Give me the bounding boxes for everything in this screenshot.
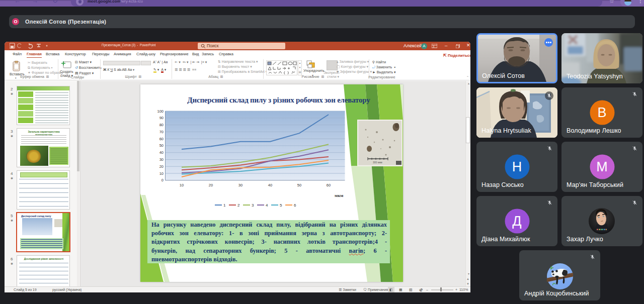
- svg-text:4: 4: [266, 203, 268, 208]
- svg-text:50: 50: [297, 183, 301, 187]
- svg-text:80: 80: [159, 123, 164, 127]
- svg-text:60: 60: [327, 183, 331, 187]
- svg-text:0: 0: [162, 178, 164, 182]
- svg-text:2: 2: [237, 203, 240, 208]
- svg-text:50: 50: [159, 143, 164, 148]
- svg-text:30: 30: [238, 183, 243, 187]
- svg-text:10: 10: [180, 183, 184, 187]
- svg-text:40: 40: [159, 150, 164, 155]
- svg-text:70: 70: [159, 130, 164, 134]
- svg-text:40: 40: [268, 183, 272, 187]
- svg-text:90: 90: [159, 116, 164, 120]
- svg-text:10: 10: [159, 171, 164, 176]
- svg-text:6: 6: [294, 203, 296, 208]
- svg-text:60: 60: [159, 137, 164, 141]
- svg-text:300 мкм: 300 мкм: [373, 161, 382, 164]
- svg-text:20: 20: [159, 164, 164, 169]
- svg-text:100: 100: [157, 109, 164, 114]
- svg-text:5: 5: [280, 203, 282, 208]
- svg-text:1: 1: [223, 203, 226, 208]
- svg-text:3: 3: [252, 203, 254, 208]
- svg-text:мкм: мкм: [335, 193, 343, 198]
- svg-text:30: 30: [159, 157, 164, 162]
- svg-text:20: 20: [209, 183, 213, 187]
